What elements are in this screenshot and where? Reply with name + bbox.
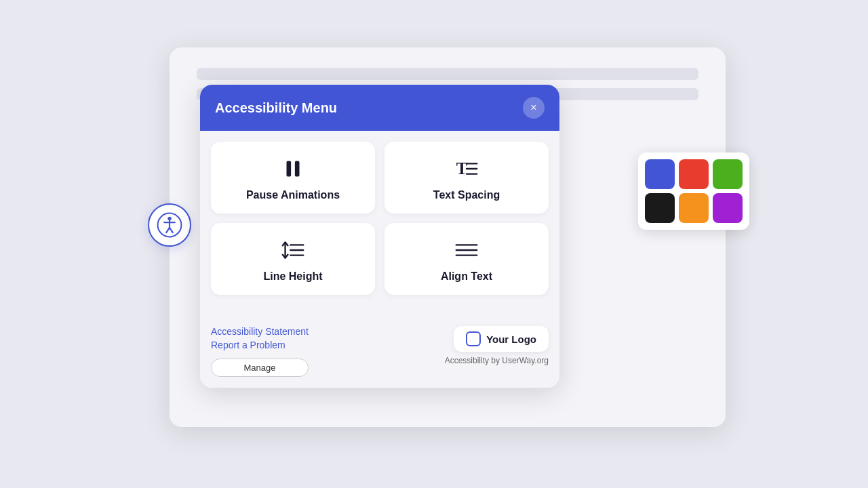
color-swatch-blue[interactable] [645, 159, 675, 189]
close-button[interactable]: × [523, 97, 545, 119]
color-swatch-purple[interactable] [713, 193, 743, 223]
options-grid: Pause Animations T Text Spacing [211, 142, 549, 295]
brand-logo-icon [466, 331, 481, 346]
accessibility-trigger-button[interactable] [148, 203, 191, 247]
modal-footer: Accessibility Statement Report a Problem… [200, 317, 559, 388]
text-spacing-icon: T [454, 155, 479, 182]
scene: Accessibility Menu × Pause Animations [129, 47, 739, 441]
manage-button[interactable]: Manage [211, 359, 309, 377]
svg-rect-6 [287, 161, 292, 177]
svg-line-4 [166, 228, 170, 232]
svg-rect-7 [295, 161, 300, 177]
accessibility-statement-link[interactable]: Accessibility Statement [211, 326, 309, 337]
pause-animations-label: Pause Animations [246, 189, 340, 201]
option-card-pause-animations[interactable]: Pause Animations [211, 142, 375, 214]
color-swatch-black[interactable] [645, 193, 675, 223]
modal-body: Pause Animations T Text Spacing [200, 131, 559, 317]
option-card-text-spacing[interactable]: T Text Spacing [384, 142, 549, 214]
align-text-label: Align Text [441, 270, 492, 283]
footer-brand: Your Logo Accessibility by UserWay.org [445, 326, 549, 365]
text-spacing-label: Text Spacing [433, 189, 500, 201]
color-palette-popup [638, 152, 749, 230]
footer-links: Accessibility Statement Report a Problem… [211, 326, 309, 377]
brand-logo-text: Your Logo [486, 333, 536, 345]
option-card-align-text[interactable]: Align Text [384, 223, 549, 295]
powered-by-text: Accessibility by UserWay.org [445, 356, 549, 365]
accessibility-modal: Accessibility Menu × Pause Animations [200, 85, 559, 388]
modal-header: Accessibility Menu × [200, 85, 559, 131]
color-swatch-orange[interactable] [679, 193, 709, 223]
line-height-label: Line Height [263, 270, 322, 283]
modal-title: Accessibility Menu [215, 100, 337, 116]
pause-animations-icon [280, 155, 306, 182]
accessibility-icon [157, 212, 182, 238]
line-height-icon [280, 237, 306, 264]
svg-point-1 [167, 217, 172, 221]
svg-line-5 [170, 228, 173, 232]
color-swatch-green[interactable] [713, 159, 743, 189]
color-swatch-red[interactable] [679, 159, 709, 189]
logo-box: Your Logo [454, 326, 549, 352]
option-card-line-height[interactable]: Line Height [211, 223, 375, 295]
align-text-icon [454, 237, 479, 264]
report-problem-link[interactable]: Report a Problem [211, 340, 309, 350]
